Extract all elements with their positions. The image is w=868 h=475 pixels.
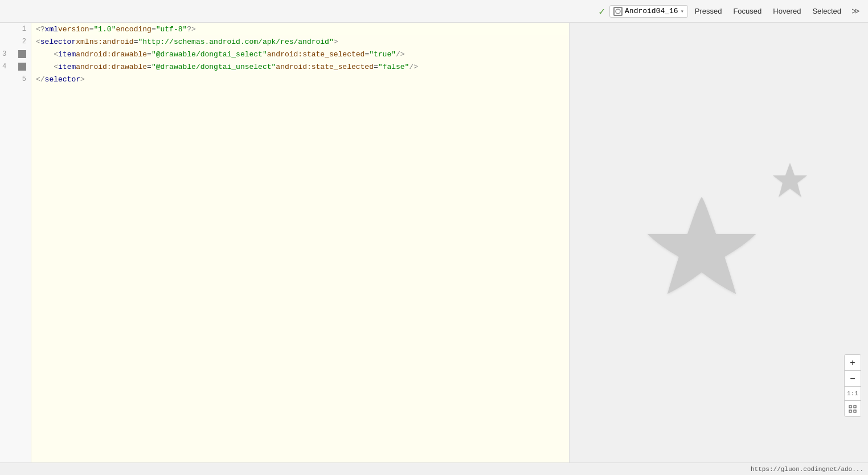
code-line-1: <?xml version="1.0" encoding="utf-8"?> (31, 23, 569, 35)
main-content: 1 2 3 4 5 (0, 23, 868, 462)
zoom-ratio-label[interactable]: 1:1 (845, 387, 861, 400)
line-numbers: 1 2 3 4 5 (0, 23, 31, 462)
line-number-4: 4 (0, 60, 31, 73)
line-number-2: 2 (0, 35, 31, 48)
device-label: Android04_16 (625, 7, 678, 15)
line-number-5: 5 (0, 73, 31, 85)
line-number-1: 1 (0, 23, 31, 35)
status-url: https://gluon.codingnet/ado... (751, 466, 863, 473)
star-preview-container (633, 157, 804, 328)
preview-panel: + − 1:1 (570, 23, 868, 462)
svg-rect-4 (854, 410, 856, 412)
hovered-button[interactable]: Hovered (768, 5, 805, 17)
svg-rect-3 (849, 410, 851, 412)
gutter-image-icon-4 (18, 63, 26, 71)
line-number-3: 3 (0, 48, 31, 60)
chevron-down-icon: ▾ (681, 8, 684, 15)
status-bar: https://gluon.codingnet/ado... (0, 462, 868, 475)
svg-rect-1 (849, 406, 851, 408)
fit-screen-button[interactable] (845, 400, 861, 416)
expand-icon[interactable]: ≫ (848, 5, 863, 18)
zoom-out-button[interactable]: − (845, 371, 861, 387)
svg-rect-2 (854, 406, 856, 408)
check-icon: ✓ (599, 5, 605, 18)
star-small-icon (770, 160, 810, 200)
zoom-in-button[interactable]: + (845, 355, 861, 371)
code-line-4: <item android:drawable="@drawable/dongta… (31, 60, 569, 73)
selected-button[interactable]: Selected (808, 5, 846, 17)
pressed-button[interactable]: Pressed (690, 5, 727, 17)
code-content[interactable]: <?xml version="1.0" encoding="utf-8"?> <… (31, 23, 569, 462)
code-line-3: <item android:drawable="@drawable/dongta… (31, 48, 569, 60)
gutter-image-icon-3 (18, 50, 26, 58)
device-dropdown[interactable]: Android04_16 ▾ (609, 5, 688, 18)
focused-button[interactable]: Focused (728, 5, 766, 17)
star-large-icon (639, 186, 764, 311)
device-icon (613, 7, 623, 16)
code-line-2: <selector xmlns:android="http://schemas.… (31, 35, 569, 48)
zoom-controls: + − 1:1 (844, 354, 861, 417)
code-line-5: </selector> (31, 73, 569, 85)
fit-icon (849, 405, 857, 413)
code-panel: 1 2 3 4 5 (0, 23, 570, 462)
svg-point-0 (616, 9, 620, 14)
toolbar: ✓ Android04_16 ▾ Pressed Focused Hovered… (0, 0, 868, 23)
code-area: 1 2 3 4 5 (0, 23, 569, 462)
